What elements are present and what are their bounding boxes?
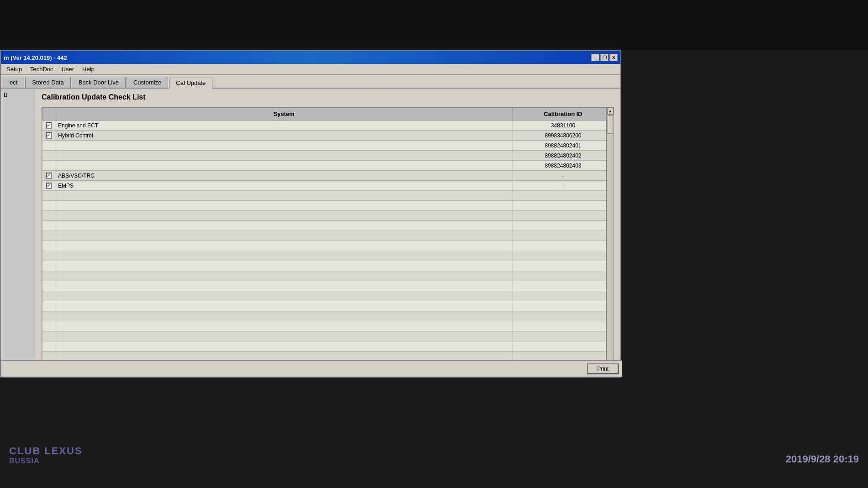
table-row: ✓Hybrid Control899834806200 xyxy=(42,131,614,141)
row-checkbox-cell xyxy=(42,211,55,221)
menu-help[interactable]: Help xyxy=(79,65,98,73)
watermark: CLUB LEXUS RUSSIA xyxy=(9,445,83,465)
row-system-cell xyxy=(55,151,513,161)
watermark-line2: RUSSIA xyxy=(9,457,83,465)
row-checkbox-cell: ✓ xyxy=(42,171,55,181)
row-checkbox-cell xyxy=(42,141,55,151)
row-checkbox-cell: ✓ xyxy=(42,121,55,131)
row-checkbox-cell xyxy=(42,191,55,201)
row-system-cell xyxy=(55,281,513,291)
row-system-cell xyxy=(55,341,513,352)
row-system-cell xyxy=(55,251,513,261)
row-calibration-id-cell: 898824802403 xyxy=(513,161,614,171)
row-checkbox-cell xyxy=(42,151,55,161)
row-system-cell xyxy=(55,271,513,281)
row-calibration-id-cell xyxy=(513,281,614,291)
window-title: m (Ver 14.20.019) - 442 xyxy=(4,54,67,61)
row-system-cell xyxy=(55,311,513,321)
tab-customize[interactable]: Customize xyxy=(127,77,168,88)
menu-bar: Setup TechDoc User Help xyxy=(1,64,620,75)
tab-bar: ect Stored Data Back Door Live Customize… xyxy=(1,75,620,89)
row-checkbox-cell: ✓ xyxy=(42,131,55,141)
header-system: System xyxy=(55,108,513,121)
row-checkbox-cell xyxy=(42,251,55,261)
row-checkbox-cell xyxy=(42,331,55,341)
row-calibration-id-cell xyxy=(513,311,614,321)
row-checkbox-cell xyxy=(42,161,55,171)
row-calibration-id-cell xyxy=(513,301,614,311)
row-calibration-id-cell xyxy=(513,321,614,331)
row-system-cell xyxy=(55,301,513,311)
content-area: U Calibration Update Check List System C… xyxy=(1,89,620,377)
row-calibration-id-cell xyxy=(513,231,614,241)
minimize-button[interactable]: _ xyxy=(591,54,599,61)
row-system-cell xyxy=(55,231,513,241)
table-row xyxy=(42,341,614,352)
table-row xyxy=(42,331,614,341)
table-row xyxy=(42,271,614,281)
row-calibration-id-cell xyxy=(513,341,614,352)
row-checkbox-cell xyxy=(42,241,55,251)
table-row xyxy=(42,231,614,241)
row-system-cell xyxy=(55,331,513,341)
left-sidebar: U xyxy=(1,89,35,377)
menu-setup[interactable]: Setup xyxy=(3,65,26,73)
row-checkbox-cell xyxy=(42,201,55,211)
row-system-cell xyxy=(55,261,513,271)
row-system-cell xyxy=(55,161,513,171)
checkbox[interactable]: ✓ xyxy=(46,173,52,179)
checkbox[interactable]: ✓ xyxy=(46,122,52,129)
row-checkbox-cell xyxy=(42,221,55,231)
tab-cal-update[interactable]: Cal Update xyxy=(169,78,212,89)
row-system-cell xyxy=(55,141,513,151)
row-calibration-id-cell xyxy=(513,291,614,301)
row-calibration-id-cell xyxy=(513,211,614,221)
tab-ect[interactable]: ect xyxy=(3,77,24,88)
table-container: System Calibration ID ✓Engine and ECT348… xyxy=(42,107,614,372)
checkbox[interactable]: ✓ xyxy=(46,183,52,189)
print-button[interactable]: Print xyxy=(587,363,619,374)
row-checkbox-cell xyxy=(42,321,55,331)
restore-button[interactable]: ❐ xyxy=(600,54,609,61)
row-calibration-id-cell xyxy=(513,331,614,341)
checkbox[interactable]: ✓ xyxy=(46,132,52,139)
header-calibration-id: Calibration ID xyxy=(513,108,614,121)
row-system-cell xyxy=(55,211,513,221)
row-system-cell xyxy=(55,191,513,201)
table-row xyxy=(42,191,614,201)
scroll-up-button[interactable]: ▲ xyxy=(607,107,614,115)
header-checkbox xyxy=(42,108,55,121)
row-calibration-id-cell: 898824802402 xyxy=(513,151,614,161)
table-row xyxy=(42,291,614,301)
menu-techdoc[interactable]: TechDoc xyxy=(26,65,57,73)
calibration-table: System Calibration ID ✓Engine and ECT348… xyxy=(42,107,614,372)
watermark-line1: CLUB LEXUS xyxy=(9,445,83,457)
table-row xyxy=(42,201,614,211)
menu-user[interactable]: User xyxy=(58,65,78,73)
row-calibration-id-cell xyxy=(513,251,614,261)
main-content: Calibration Update Check List System Cal… xyxy=(35,89,620,377)
row-checkbox-cell xyxy=(42,341,55,352)
tab-stored-data[interactable]: Stored Data xyxy=(25,77,70,88)
tab-back-door-live[interactable]: Back Door Live xyxy=(72,77,126,88)
row-calibration-id-cell: 898824802401 xyxy=(513,141,614,151)
table-row: 898824802401 xyxy=(42,141,614,151)
row-system-cell xyxy=(55,201,513,211)
row-calibration-id-cell xyxy=(513,271,614,281)
row-calibration-id-cell: - xyxy=(513,171,614,181)
row-system-cell xyxy=(55,221,513,231)
table-row xyxy=(42,301,614,311)
table-row xyxy=(42,241,614,251)
row-checkbox-cell: ✓ xyxy=(42,181,55,191)
close-button[interactable]: ✕ xyxy=(609,54,618,61)
bottom-bar: Print xyxy=(1,360,622,377)
timestamp: 2019/9/28 20:19 xyxy=(786,453,859,465)
scroll-thumb[interactable] xyxy=(608,115,613,134)
scrollbar[interactable]: ▲ ▼ xyxy=(606,107,614,372)
row-calibration-id-cell xyxy=(513,201,614,211)
table-row: ✓Engine and ECT34831100 xyxy=(42,121,614,131)
page-title: Calibration Update Check List xyxy=(42,93,614,101)
row-system-cell: Hybrid Control xyxy=(55,131,513,141)
table-row xyxy=(42,211,614,221)
row-system-cell xyxy=(55,291,513,301)
